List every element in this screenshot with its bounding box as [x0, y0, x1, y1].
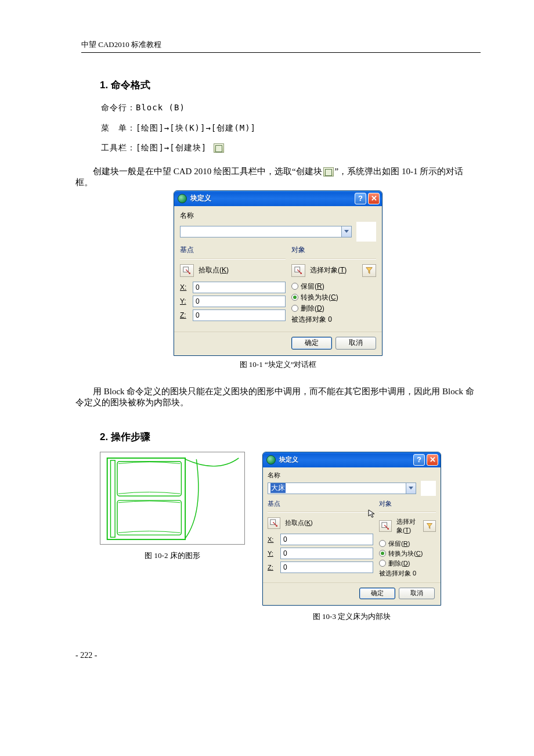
- pick-point-label: 拾取点(K): [199, 265, 286, 275]
- section-1-title: 1. 命令格式: [100, 78, 481, 92]
- selected-count: 被选择对象 0: [379, 569, 436, 578]
- block-definition-dialog-2: 块定义 ? ✕ 名称 大床 基点: [262, 452, 441, 606]
- chevron-down-icon: [344, 230, 349, 233]
- pick-point-label: 拾取点(K): [285, 519, 373, 527]
- chevron-down-icon: [409, 487, 413, 489]
- delete-radio[interactable]: 删除(D): [291, 304, 376, 314]
- select-objects-icon: [381, 522, 389, 530]
- pick-point-button[interactable]: [268, 517, 280, 529]
- y-input[interactable]: [193, 296, 286, 307]
- ok-button[interactable]: 确定: [291, 337, 332, 350]
- svg-rect-4: [117, 461, 181, 496]
- z-label: Z:: [180, 311, 189, 319]
- name-dropdown-button[interactable]: [341, 226, 352, 237]
- convert-radio[interactable]: 转换为块(C): [379, 549, 436, 558]
- dialog-title: 块定义: [190, 193, 353, 203]
- x-label: X:: [180, 283, 189, 291]
- z-label: Z:: [268, 564, 277, 571]
- quick-select-button[interactable]: [362, 264, 376, 277]
- dialog-titlebar[interactable]: 块定义 ? ✕: [263, 452, 441, 467]
- close-button[interactable]: ✕: [427, 454, 438, 466]
- page-header: 中望 CAD2010 标准教程: [81, 39, 481, 53]
- x-input[interactable]: [280, 534, 373, 545]
- close-button[interactable]: ✕: [368, 193, 380, 204]
- cursor-arrow-icon: [367, 509, 377, 518]
- cancel-button[interactable]: 取消: [399, 588, 435, 599]
- page-number: - 222 -: [75, 651, 481, 660]
- name-label: 名称: [268, 471, 436, 480]
- create-block-icon: [323, 167, 334, 177]
- help-button[interactable]: ?: [413, 454, 425, 466]
- block-preview: [356, 222, 376, 242]
- paragraph-1: 创建块一般是在中望 CAD 2010 绘图工具栏中，选取“创建块”，系统弹出如图…: [75, 166, 481, 188]
- funnel-icon: [365, 267, 373, 275]
- name-combo[interactable]: 大床: [268, 483, 416, 494]
- paragraph-2: 用 Block 命令定义的图块只能在定义图块的图形中调用，而不能在其它图形中调用…: [75, 386, 481, 408]
- retain-radio[interactable]: 保留(R): [291, 282, 376, 291]
- quick-select-button[interactable]: [423, 520, 436, 532]
- name-label: 名称: [180, 211, 376, 221]
- name-combo[interactable]: [180, 226, 352, 237]
- y-input[interactable]: [280, 548, 373, 559]
- ok-button[interactable]: 确定: [359, 588, 395, 599]
- figure-10-1-caption: 图 10-1 “块定义”对话框: [75, 359, 481, 370]
- app-icon: [178, 194, 187, 203]
- select-objects-button[interactable]: [291, 264, 305, 277]
- svg-rect-3: [110, 460, 115, 537]
- basepoint-group-label: 基点: [268, 499, 373, 510]
- block-definition-dialog: 块定义 ? ✕ 名称 基点: [174, 190, 383, 356]
- cancel-button[interactable]: 取消: [335, 337, 376, 350]
- pick-point-button[interactable]: [180, 264, 194, 277]
- objects-group-label: 对象: [379, 499, 436, 510]
- figure-10-2-caption: 图 10-2 床的图形: [145, 550, 200, 561]
- z-input[interactable]: [280, 561, 373, 573]
- app-icon: [266, 455, 276, 465]
- basepoint-group-label: 基点: [180, 245, 286, 257]
- y-label: Y:: [268, 550, 277, 557]
- objects-group-label: 对象: [291, 245, 376, 257]
- section-2-title: 2. 操作步骤: [100, 430, 481, 444]
- block-preview: [421, 481, 436, 496]
- z-input[interactable]: [193, 309, 286, 321]
- funnel-icon: [426, 523, 433, 530]
- cmd-line: 命令行：Block (B): [101, 100, 481, 116]
- pick-point-icon: [183, 267, 191, 275]
- svg-rect-2: [107, 458, 185, 539]
- dialog-title: 块定义: [279, 455, 412, 464]
- figure-10-3-caption: 图 10-3 定义床为内部块: [313, 611, 391, 622]
- x-input[interactable]: [193, 282, 286, 293]
- create-block-icon: [214, 143, 224, 153]
- y-label: Y:: [180, 297, 189, 305]
- select-objects-icon: [294, 267, 302, 275]
- delete-radio[interactable]: 删除(D): [379, 559, 436, 568]
- name-dropdown-button[interactable]: [406, 483, 416, 494]
- select-objects-label: 选择对象(T): [310, 265, 358, 275]
- toolbar-line: 工具栏：[绘图]→[创建块]: [101, 140, 481, 156]
- select-objects-label: 选择对象(T): [396, 517, 418, 535]
- select-objects-button[interactable]: [379, 520, 392, 532]
- pick-point-icon: [270, 519, 278, 527]
- convert-radio[interactable]: 转换为块(C): [291, 293, 376, 303]
- dialog-titlebar[interactable]: 块定义 ? ✕: [174, 191, 382, 206]
- svg-rect-5: [117, 501, 181, 535]
- name-input[interactable]: 大床: [268, 483, 406, 494]
- selected-count: 被选择对象 0: [291, 315, 376, 325]
- x-label: X:: [268, 536, 277, 543]
- menu-line: 菜 单：[绘图]→[块(K)]→[创建(M)]: [101, 120, 481, 136]
- name-input[interactable]: [180, 226, 341, 237]
- bed-drawing: [100, 452, 245, 545]
- help-button[interactable]: ?: [355, 193, 366, 204]
- retain-radio[interactable]: 保留(R): [379, 539, 436, 548]
